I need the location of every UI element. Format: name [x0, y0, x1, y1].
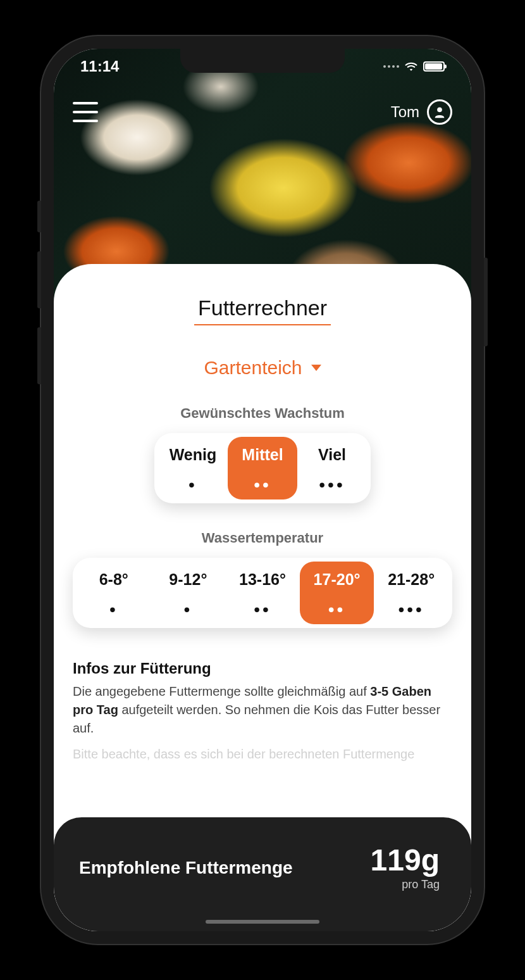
temperature-option-label: 6-8°: [82, 570, 146, 589]
temperature-option-label: 13-16°: [230, 570, 295, 589]
user-name: Tom: [391, 103, 419, 121]
growth-option-label: Wenig: [163, 446, 223, 464]
growth-option-label: Mittel: [233, 446, 292, 464]
temperature-segmented: 6-8° • 9-12° • 13-16° •• 17-20° •• 21-28…: [73, 558, 452, 628]
info-text-post: aufgeteilt werden. So nehmen die Kois da…: [73, 703, 440, 735]
temperature-option-dots: •••: [379, 606, 443, 613]
temperature-label: Wassertemperatur: [73, 530, 452, 546]
wifi-icon: [404, 61, 418, 72]
menu-button[interactable]: [73, 102, 98, 122]
chevron-down-icon: [311, 365, 321, 371]
growth-option-label: Viel: [302, 446, 362, 464]
user-block[interactable]: Tom: [391, 99, 452, 125]
result-unit: pro Tag: [371, 878, 440, 891]
avatar-icon: [427, 99, 452, 125]
temperature-option-21-28[interactable]: 21-28° •••: [374, 562, 448, 624]
result-value: 119g: [371, 845, 440, 876]
temperature-option-6-8[interactable]: 6-8° •: [77, 562, 151, 624]
status-time: 11:14: [80, 58, 119, 75]
temperature-option-label: 9-12°: [156, 570, 221, 589]
phone-side-buttons-left: [37, 201, 41, 403]
signal-icon: [383, 65, 399, 68]
phone-frame: 11:14 Tom: [41, 36, 484, 944]
temperature-option-label: 17-20°: [305, 570, 369, 589]
top-nav: Tom: [54, 99, 471, 125]
temperature-option-dots: ••: [230, 606, 295, 613]
temperature-option-dots: •: [156, 606, 221, 613]
temperature-option-9-12[interactable]: 9-12° •: [151, 562, 226, 624]
pond-select[interactable]: Gartenteich: [73, 357, 452, 379]
info-text-pre: Die angegebene Futtermenge sollte gleich…: [73, 684, 370, 698]
growth-segmented: Wenig • Mittel •• Viel •••: [154, 433, 371, 503]
screen: 11:14 Tom: [54, 49, 471, 931]
growth-option-dots: ••: [233, 482, 292, 488]
page-title: Futterrechner: [194, 296, 331, 325]
svg-point-0: [437, 107, 442, 112]
battery-icon: [423, 61, 445, 72]
temperature-option-label: 21-28°: [379, 570, 443, 589]
growth-option-dots: •••: [302, 482, 362, 488]
phone-side-button-right: [484, 258, 488, 346]
status-indicators: [383, 61, 445, 72]
temperature-option-17-20[interactable]: 17-20° ••: [300, 562, 374, 624]
info-text: Die angegebene Futtermenge sollte gleich…: [73, 682, 452, 738]
info-title: Infos zur Fütterung: [73, 660, 452, 677]
temperature-option-dots: •: [82, 606, 146, 613]
result-bar: Empfohlene Futtermenge 119g pro Tag: [54, 817, 471, 931]
temperature-option-13-16[interactable]: 13-16° ••: [225, 562, 300, 624]
pond-selected-label: Gartenteich: [204, 357, 302, 379]
info-text-faded: Bitte beachte, dass es sich bei der bere…: [73, 745, 452, 763]
growth-option-viel[interactable]: Viel •••: [297, 437, 367, 499]
growth-option-mittel[interactable]: Mittel ••: [228, 437, 297, 499]
result-label: Empfohlene Futtermenge: [79, 858, 293, 878]
info-section: Infos zur Fütterung Die angegebene Futte…: [73, 660, 452, 763]
home-indicator[interactable]: [206, 920, 319, 924]
growth-option-dots: •: [163, 482, 223, 488]
temperature-option-dots: ••: [305, 606, 369, 613]
notch: [180, 49, 345, 73]
growth-label: Gewünschtes Wachstum: [73, 405, 452, 422]
growth-option-wenig[interactable]: Wenig •: [158, 437, 228, 499]
